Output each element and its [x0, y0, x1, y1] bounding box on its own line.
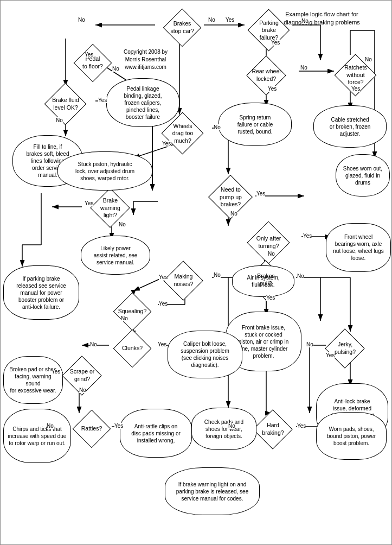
label-yes-noises: Yes — [159, 274, 168, 280]
node-shoes-worn: Shoes worn out,glazed, fluid indrums — [336, 154, 390, 197]
node-caliper-bolt: Caliper bolt loose,suspension problem(se… — [168, 331, 242, 378]
node-power-assist: Likely powerassist related, seeservice m… — [81, 236, 150, 275]
label-no-pump: No — [230, 211, 237, 217]
label-yes-rear: Yes — [268, 86, 277, 92]
node-spring-return: Spring returnfailure or cablerusted, bou… — [219, 103, 292, 146]
label-no-pedal: No — [112, 66, 119, 72]
label-yes-wheels: Yes — [162, 141, 171, 147]
node-brake-warning-light: If brake warning light on andparking bra… — [165, 467, 260, 515]
label-no-fluid: No — [56, 117, 63, 123]
label-no-squeal: No — [121, 315, 128, 321]
node-broken-pad: Broken pad or shoefacing, warning soundf… — [3, 356, 63, 404]
label-yes-hard: Yes — [297, 423, 306, 429]
node-parking-released: If parking brakereleased see servicemanu… — [3, 265, 79, 320]
node-rattles: Rattles? — [65, 413, 119, 445]
node-brakes-stop: Brakesstop car? — [155, 11, 209, 44]
label-yes-scrape: Yes — [52, 369, 60, 375]
label-no-brakes2: No — [78, 17, 85, 23]
copyright-text: Copyright 2008 byMorris Rosenthalwww.ifi… — [109, 48, 182, 71]
label-no-brakes: No — [208, 17, 215, 23]
label-no-ratchets: No — [365, 56, 372, 62]
label-yes-rattles: Yes — [114, 423, 123, 429]
label-yes-brakes: Yes — [226, 17, 234, 23]
label-yes-parking: Yes — [271, 40, 280, 46]
label-no-rear: No — [300, 65, 307, 71]
node-worn-pads: Worn pads, shoes,bound piston, powerboos… — [316, 412, 387, 460]
label-no-jerky: No — [306, 341, 313, 347]
node-pedal-linkage: Pedal linkagebinding, glazed,frozen cali… — [106, 78, 179, 127]
label-no-wheels: No — [214, 124, 221, 130]
label-no-brakelight: No — [119, 221, 126, 227]
label-yes-fluid: Yes — [98, 97, 107, 103]
node-check-pads: Check pads andshoes for wear,foreign obj… — [191, 408, 256, 450]
label-yes-turning: Yes — [303, 233, 312, 239]
label-no-hard: No — [228, 423, 235, 429]
label-no-clunks: No — [90, 341, 97, 347]
label-yes-pump: Yes — [256, 191, 265, 197]
label-yes-squeal: Yes — [159, 301, 168, 307]
label-yes-ratchets: Yes — [351, 86, 360, 92]
label-no-pull: No — [297, 273, 304, 279]
flowchart: Example logic flow chart for diagnosing … — [0, 0, 392, 545]
node-brake-fluid: Brake fluidlevel OK? — [36, 86, 95, 122]
label-yes-jerky: Yes — [326, 352, 335, 358]
label-no-parking: No — [301, 18, 309, 24]
label-no-noises: No — [214, 272, 221, 278]
node-jerky-pulsing: Jerky,pulsing? — [317, 332, 374, 365]
node-parking-brake: Parkingbrakefailure? — [239, 11, 299, 49]
label-no-scrape: No — [79, 387, 86, 393]
label-no-turning: No — [268, 251, 275, 257]
node-squealing: Squealing? — [105, 295, 159, 328]
node-stuck-piston: Stuck piston, hydrauliclock, over adjust… — [57, 151, 152, 191]
node-brake-warning: Brakewarninglight? — [82, 191, 139, 226]
node-making-noises: Makingnoises? — [155, 264, 212, 297]
label-yes-brakelight: Yes — [85, 200, 93, 206]
node-clunks: Clunks? — [105, 333, 159, 364]
label-no-rattles: No — [47, 423, 54, 429]
node-front-wheel-bearings: Front wheelbearings worn, axlenut loose,… — [326, 223, 391, 272]
node-rear-wheel: Rear wheellocked? — [236, 59, 296, 92]
node-chirps-ticks: Chirps and ticks thatincrease with speed… — [3, 409, 71, 463]
node-anti-rattle: Anti-rattle clips ondisc pads missing or… — [120, 409, 192, 458]
label-yes-clunks: Yes — [158, 341, 166, 347]
label-yes-pedal: Yes — [85, 52, 93, 58]
node-cable-stretched: Cable stretchedor broken, frozenadjuster… — [313, 105, 387, 148]
label-yes-pull: Yes — [266, 295, 275, 301]
